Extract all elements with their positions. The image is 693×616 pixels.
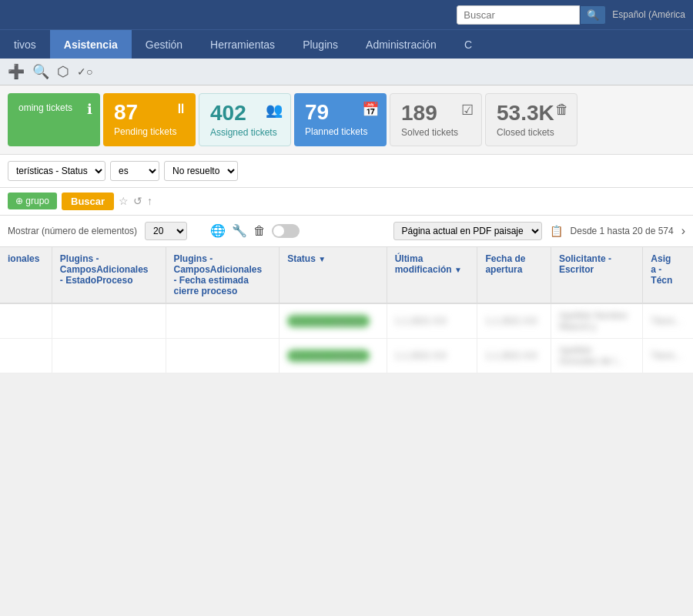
nav-item-c[interactable]: C [450,30,486,59]
grupo-button[interactable]: ⊕ grupo [8,192,57,209]
col-ionales[interactable]: ionales [0,247,52,303]
cell-estadoproceso-2 [52,338,166,373]
verify-icon[interactable]: ✓○ [77,65,92,78]
cell-fecha-2 [166,338,280,373]
sort-icon-status: ▼ [318,255,326,263]
table-body: En curso asignado 1.1.2021 0:0 1.1.2021 … [0,303,693,373]
stat-card-solved[interactable]: ☑ 189 Solved tickets [390,93,482,146]
apertura-date-2: 1.1.2021 0:0 [485,350,537,361]
tecnico-1: Técni... [651,316,681,326]
mod-date-2: 1.1.2021 0:0 [395,350,447,361]
nav-item-plugins[interactable]: Plugins [289,30,352,59]
solicitante-2: ApellidoGonzalez de l... [559,345,623,367]
planned-label: Planned tickets [305,126,376,137]
check-icon: ☑ [461,102,474,119]
cell-solicitante-2: ApellidoGonzalez de l... [551,338,642,373]
stat-card-pending[interactable]: ⏸ 87 Pending tickets [103,93,196,146]
table-header-row: ionales Plugins -CamposAdicionales- Esta… [0,247,693,303]
search-box: 🔍 [457,5,606,25]
cell-solicitante-1: Apellido NombreMascot y [551,303,642,339]
add-icon[interactable]: ➕ [8,63,25,80]
data-table-wrapper: ionales Plugins -CamposAdicionales- Esta… [0,247,693,373]
sort-icon-mod: ▼ [454,266,462,274]
apertura-date-1: 1.1.2021 0:0 [485,316,537,326]
users-icon: 👥 [266,102,283,119]
assigned-label: Assigned tickets [210,127,280,138]
stat-card-planned[interactable]: 📅 79 Planned tickets [294,93,387,146]
wrench-icon[interactable]: 🔧 [232,223,247,238]
incoming-label: oming tickets [18,102,89,113]
toolbar: ➕ 🔍 ⬡ ✓○ [0,59,693,85]
cell-status-2: En curso asignado [280,338,387,373]
col-asig[interactable]: Asiga -Técn [643,247,693,303]
action-row: ⊕ grupo Buscar ☆ ↺ ↑ [0,188,693,216]
filter-field-select[interactable]: terísticas - Status [8,161,105,181]
solved-label: Solved tickets [401,127,470,138]
nav-item-herramientas[interactable]: Herramientas [196,30,289,59]
buscar-button[interactable]: Buscar [62,192,114,210]
status-badge-2: En curso asignado [287,350,370,362]
up-icon[interactable]: ↑ [147,195,152,207]
trash-icon: 🗑 [555,102,569,118]
pagination-info: Desde 1 hasta 20 de 574 [571,226,674,236]
cell-ionales-2 [0,338,52,373]
tecnico-2: Técni... [651,350,681,361]
filter-operator-select[interactable]: es no es [110,161,159,181]
language-label[interactable]: Español (América [612,9,685,20]
col-solicitante[interactable]: Solicitante -Escritor [551,247,642,303]
cell-mod-1: 1.1.2021 0:0 [387,303,477,339]
cell-status-1: En curso asignado [280,303,387,339]
filter-value-select[interactable]: No resuelto Resuelto Cerrado [164,161,238,181]
show-row: Mostrar (número de elementos) 20 10 50 1… [0,216,693,247]
main-navigation: tivos Asistencia Gestión Herramientas Pl… [0,29,693,59]
delete-icon[interactable]: 🗑 [253,224,266,238]
stat-card-closed[interactable]: 🗑 53.3K Closed tickets [485,93,578,146]
search-input[interactable] [457,5,580,25]
calendar-icon: 📅 [362,101,379,118]
stat-card-incoming[interactable]: ℹ oming tickets [8,93,100,146]
top-nav-right: 🔍 Español (América [457,5,685,25]
star-icon[interactable]: ☆ [119,195,129,207]
nav-item-gestion[interactable]: Gestión [132,30,196,59]
col-plugins-fecha[interactable]: Plugins -CamposAdicionales- Fecha estima… [166,247,280,303]
pending-label: Pending tickets [114,126,185,137]
col-plugins-estadoproceso[interactable]: Plugins -CamposAdicionales- EstadoProces… [52,247,166,303]
pdf-download-icon[interactable]: 📋 [550,225,563,237]
solved-count: 189 [401,102,470,126]
pause-icon: ⏸ [174,101,188,117]
globe-icon[interactable]: 🌐 [210,223,226,238]
nav-item-administracion[interactable]: Administración [352,30,450,59]
nav-item-tivos[interactable]: tivos [0,30,50,59]
show-count-select[interactable]: 20 10 50 100 [145,222,187,240]
pagination-next-icon[interactable]: › [681,224,685,238]
cell-ionales-1 [0,303,52,339]
cell-tecnico-1: Técni... [643,303,693,339]
stats-row: ℹ oming tickets ⏸ 87 Pending tickets 👥 4… [0,85,693,155]
table-row: En curso asignado 1.1.2021 0:0 1.1.2021 … [0,338,693,373]
closed-label: Closed tickets [497,127,566,138]
cell-fecha-1 [166,303,280,339]
stat-card-assigned[interactable]: 👥 402 Assigned tickets [199,93,291,146]
top-navigation: 🔍 Español (América [0,0,693,29]
show-label: Mostrar (número de elementos) [8,226,137,236]
layers-icon[interactable]: ⬡ [57,63,69,80]
nav-item-asistencia[interactable]: Asistencia [50,30,132,59]
search-icon[interactable]: 🔍 [32,63,49,80]
pdf-select[interactable]: Página actual en PDF paisaje [393,222,542,240]
col-ultima-modificacion[interactable]: Últimamodificación ▼ [387,247,477,303]
undo-icon[interactable]: ↺ [133,195,142,207]
cell-tecnico-2: Técni... [643,338,693,373]
table-row: En curso asignado 1.1.2021 0:0 1.1.2021 … [0,303,693,339]
show-row-icons: 🌐 🔧 🗑 [210,223,300,238]
data-table: ionales Plugins -CamposAdicionales- Esta… [0,247,693,373]
cell-estadoproceso-1 [52,303,166,339]
status-badge-1: En curso asignado [287,315,370,327]
solicitante-1: Apellido NombreMascot y [559,310,628,332]
toggle-switch[interactable] [272,224,300,238]
toggle-knob [273,226,284,236]
col-fecha-apertura[interactable]: Fecha deapertura [477,247,551,303]
info-icon: ℹ [87,101,92,118]
search-button[interactable]: 🔍 [580,5,606,25]
col-status[interactable]: Status ▼ [280,247,387,303]
filter-row: terísticas - Status es no es No resuelto… [0,155,693,188]
